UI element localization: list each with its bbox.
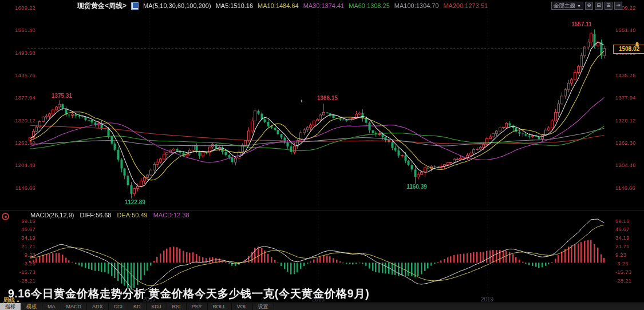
alert-bell-icon[interactable] xyxy=(634,39,640,50)
tab-模板[interactable]: 模板 xyxy=(21,303,42,310)
indicator-grid-icon[interactable] xyxy=(131,2,139,10)
export-icon[interactable]: ⇥ xyxy=(614,2,622,10)
ma-legend-item: MA5:1510.16 xyxy=(216,2,253,9)
chart-header: 现货黄金<周线> MA(5,10,30,60,100,200) MA5:1510… xyxy=(77,2,488,10)
macd-diff-value: DIFF:56.68 xyxy=(80,212,111,218)
crosshair-icon[interactable]: ⊕ xyxy=(585,2,593,10)
tab-CCI[interactable]: CCI xyxy=(109,303,129,310)
bottom-toolbar: 指标模板MAMACDADXCCIKDKDJRSIPSYBOLLVOL设置 xyxy=(0,303,644,310)
tab-RSI[interactable]: RSI xyxy=(167,303,187,310)
indicator-marker-icon[interactable] xyxy=(2,213,9,220)
ma-legend-item: MA200:1273.51 xyxy=(443,2,488,9)
macd-params-label: MACD(26,12,9) xyxy=(30,212,74,218)
ma-legend-item: MA10:1484.64 xyxy=(258,2,299,9)
tab-ADX[interactable]: ADX xyxy=(87,303,109,310)
chevron-down-icon: ▼ xyxy=(577,4,581,8)
chart-toolbar: ⊕⊟⊞⇥ xyxy=(585,2,622,10)
symbol-title: 现货黄金<周线> xyxy=(77,1,127,11)
tab-设置[interactable]: 设置 xyxy=(253,303,274,310)
tab-MACD[interactable]: MACD xyxy=(61,303,88,310)
tab-MA[interactable]: MA xyxy=(42,303,61,310)
tab-KDJ[interactable]: KDJ xyxy=(147,303,167,310)
trading-terminal: 现货黄金<周线> MA(5,10,30,60,100,200) MA5:1510… xyxy=(0,0,644,310)
ma-legend-item: MA60:1308.25 xyxy=(349,2,390,9)
crosshair-marker-icon: + xyxy=(300,98,303,104)
tab-BOLL[interactable]: BOLL xyxy=(208,303,232,310)
ma-legend-item: MA30:1374.41 xyxy=(303,2,345,9)
candlestick-chart-canvas[interactable] xyxy=(0,0,644,310)
theme-dropdown-label: 全部主题 xyxy=(554,2,575,10)
ma-params-label: MA(5,10,30,60,100,200) xyxy=(143,2,211,9)
tab-指标[interactable]: 指标 xyxy=(0,303,21,310)
ma-legend-item: MA100:1304.70 xyxy=(394,2,439,9)
theme-dropdown[interactable]: 全部主题 ▼ xyxy=(551,2,583,10)
ma-legend: MA5:1510.16MA10:1484.64MA30:1374.41MA60:… xyxy=(216,2,488,9)
macd-macd-value: MACD:12.38 xyxy=(153,212,189,218)
macd-header: MACD(26,12,9) DIFF:56.68 DEA:50.49 MACD:… xyxy=(30,212,189,218)
tab-KD[interactable]: KD xyxy=(128,303,147,310)
tab-VOL[interactable]: VOL xyxy=(232,303,253,310)
zoom-in-icon[interactable]: ⊞ xyxy=(605,2,613,10)
macd-dea-value: DEA:50.49 xyxy=(117,212,147,218)
triangle-up-icon: ▲ xyxy=(16,299,20,303)
news-headline: 9.16今日黄金价格走势分析 黄金价格今天多少钱一克(今天黄金价格9月) xyxy=(8,286,369,301)
tab-PSY[interactable]: PSY xyxy=(187,303,208,310)
zoom-out-icon[interactable]: ⊟ xyxy=(595,2,603,10)
